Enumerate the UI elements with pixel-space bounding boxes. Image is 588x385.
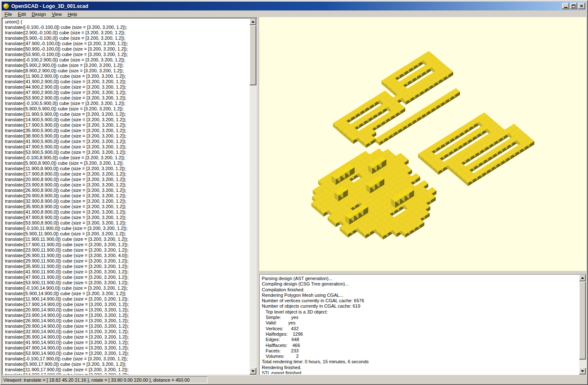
- console-scroll-thumb[interactable]: [579, 282, 586, 360]
- horizontal-splitter[interactable]: [259, 271, 586, 274]
- code-line: translate([53.900,2.900,0]) cube (size =…: [5, 95, 250, 101]
- editor-scroll-thumb[interactable]: [250, 25, 256, 85]
- arrow-down-icon: [251, 370, 255, 372]
- code-line: translate([41.900,11.900,0]) cube (size …: [5, 269, 250, 275]
- code-line: translate([5.900,5.900,0]) cube (size = …: [5, 106, 250, 112]
- code-line: translate([11.900,14.900,0]) cube (size …: [5, 296, 250, 302]
- console-line: Simple: yes: [262, 315, 579, 320]
- minimize-icon: [564, 7, 568, 8]
- code-editor-pane: union() {translate([-0.100,-0.100,0]) cu…: [2, 18, 257, 375]
- openscad-window: OpenSCAD - Logo_3D_001.scad ✕ File Edit …: [0, 0, 588, 385]
- editor-scroll-up-button[interactable]: [250, 18, 256, 25]
- code-line: translate([5.900,8.900,0]) cube (size = …: [5, 161, 250, 166]
- code-line: translate([38.900,5.900,0]) cube (size =…: [5, 133, 250, 139]
- console-line: Edges: 648: [262, 337, 579, 342]
- console-line: Parsing design (AST generation)...: [262, 276, 579, 281]
- code-line: translate([47.900,11.900,0]) cube (size …: [5, 275, 250, 280]
- code-line: translate([47.900,14.900,0]) cube (size …: [5, 345, 250, 351]
- console-line: Number of objects currently in CGAL cach…: [262, 303, 579, 309]
- maximize-icon: [572, 5, 575, 8]
- console-scroll-up-button[interactable]: [579, 275, 586, 281]
- close-icon: ✕: [580, 4, 583, 8]
- code-line: translate([11.900,8.900,0]) cube (size =…: [5, 166, 250, 171]
- code-line: translate([53.900,5.900,0]) cube (size =…: [5, 150, 250, 155]
- code-line: translate([53.900,14.900,0]) cube (size …: [5, 351, 250, 356]
- code-line: translate([26.900,8.900,0]) cube (size =…: [5, 188, 250, 193]
- arrow-up-icon: [251, 21, 255, 23]
- console-line: Vertices: 432: [262, 326, 579, 331]
- code-line: translate([20.900,14.900,0]) cube (size …: [5, 307, 250, 313]
- code-editor[interactable]: union() {translate([-0.100,-0.100,0]) cu…: [3, 18, 250, 375]
- console-line: STL export finished.: [262, 370, 579, 374]
- code-line: translate([5.900,-0.100,0]) cube (size =…: [5, 36, 250, 41]
- console-scroll-down-button[interactable]: [579, 368, 586, 375]
- code-line: translate([53.900,-0.100,0]) cube (size …: [5, 52, 250, 57]
- status-bar: Viewport: translate = [ 18.82 45.20 21.1…: [2, 376, 586, 384]
- code-line: translate([14.900,5.900,0]) cube (size =…: [5, 117, 250, 122]
- console-line: Number of vertices currently in CGAL cac…: [262, 298, 579, 303]
- menu-file[interactable]: File: [2, 11, 15, 18]
- viewport-canvas[interactable]: [259, 17, 586, 271]
- code-line: translate([23.900,8.900,0]) cube (size =…: [5, 182, 250, 188]
- code-line: translate([50.900,-0.100,0]) cube (size …: [5, 46, 250, 52]
- close-button[interactable]: ✕: [578, 3, 585, 9]
- console-line: Halffacets: 466: [262, 343, 579, 348]
- editor-scroll-down-button[interactable]: [250, 368, 256, 375]
- console-pane: Parsing design (AST generation)...Compil…: [259, 274, 586, 375]
- code-line: translate([17.900,11.900,0]) cube (size …: [5, 242, 250, 247]
- console-line: Rendering Polygon Mesh using CGAL...: [262, 293, 579, 298]
- code-line: translate([-0.100,17.900,0]) cube (size …: [5, 356, 250, 362]
- menu-edit[interactable]: Edit: [15, 11, 29, 18]
- console-line: Total rendering time: 0 hours, 15 minute…: [262, 359, 579, 365]
- console-line: Facets: 233: [262, 348, 579, 354]
- menu-help[interactable]: Help: [65, 11, 80, 18]
- code-line: translate([2.900,-0.100,0]) cube (size =…: [5, 30, 250, 36]
- 3d-viewport: [259, 17, 586, 271]
- menu-design[interactable]: Design: [29, 11, 49, 18]
- code-line: translate([5.900,17.900,0]) cube (size =…: [5, 362, 250, 367]
- code-line: translate([29.900,14.900,0]) cube (size …: [5, 324, 250, 329]
- console-line: Volumes: 2: [262, 354, 579, 359]
- arrow-down-icon: [581, 370, 584, 372]
- code-line: translate([-0.100,8.900,0]) cube (size =…: [5, 155, 250, 161]
- code-line: translate([-0.100,5.900,0]) cube (size =…: [5, 101, 250, 106]
- console-log[interactable]: Parsing design (AST generation)...Compil…: [260, 275, 579, 374]
- code-line: translate([5.900,14.900,0]) cube (size =…: [5, 291, 250, 296]
- code-line: translate([32.900,8.900,0]) cube (size =…: [5, 199, 250, 204]
- minimize-button[interactable]: [562, 3, 569, 9]
- editor-scrollbar[interactable]: [250, 18, 256, 375]
- viewport-status-text: Viewport: translate = [ 18.82 45.20 21.1…: [2, 376, 207, 383]
- code-line: translate([11.900,2.900,0]) cube (size =…: [5, 74, 250, 79]
- code-line: translate([53.900,11.900,0]) cube (size …: [5, 280, 250, 286]
- console-line: Halfedges: 1296: [262, 331, 579, 337]
- code-line: translate([53.900,8.900,0]) cube (size =…: [5, 220, 250, 226]
- code-line: translate([26.900,11.900,0]) cube (size …: [5, 253, 250, 258]
- code-line: translate([47.900,2.900,0]) cube (size =…: [5, 90, 250, 95]
- code-line: translate([29.900,8.900,0]) cube (size =…: [5, 193, 250, 199]
- code-line: translate([35.900,8.900,0]) cube (size =…: [5, 204, 250, 209]
- code-line: translate([47.900,-0.100,0]) cube (size …: [5, 41, 250, 46]
- code-line: translate([23.900,14.900,0]) cube (size …: [5, 313, 250, 318]
- maximize-button[interactable]: [570, 3, 577, 9]
- console-scrollbar[interactable]: [579, 275, 586, 375]
- window-title: OpenSCAD - Logo_3D_001.scad: [11, 3, 88, 9]
- code-line: translate([41.900,2.900,0]) cube (size =…: [5, 79, 250, 84]
- title-bar[interactable]: OpenSCAD - Logo_3D_001.scad ✕: [2, 2, 586, 10]
- code-line: translate([35.900,5.900,0]) cube (size =…: [5, 128, 250, 133]
- console-line: Compilation finished.: [262, 287, 579, 293]
- code-line: translate([29.900,11.900,0]) cube (size …: [5, 258, 250, 264]
- console-line: Rendering finished.: [262, 365, 579, 370]
- code-line: translate([-0.100,2.900,0]) cube (size =…: [5, 57, 250, 63]
- code-line: translate([-0.100,11.900,0]) cube (size …: [5, 226, 250, 231]
- code-line: translate([44.900,2.900,0]) cube (size =…: [5, 84, 250, 90]
- menu-view[interactable]: View: [49, 11, 65, 18]
- code-line: translate([5.900,2.900,0]) cube (size = …: [5, 63, 250, 68]
- code-line: translate([32.900,14.900,0]) cube (size …: [5, 329, 250, 334]
- code-line: translate([-0.100,-0.100,0]) cube (size …: [5, 25, 250, 30]
- code-line: translate([17.900,14.900,0]) cube (size …: [5, 302, 250, 307]
- code-line: translate([35.900,14.900,0]) cube (size …: [5, 334, 250, 340]
- code-line: translate([11.900,11.900,0]) cube (size …: [5, 237, 250, 242]
- code-line: translate([41.900,14.900,0]) cube (size …: [5, 340, 250, 345]
- code-line: translate([17.900,5.900,0]) cube (size =…: [5, 122, 250, 128]
- code-line: translate([41.900,5.900,0]) cube (size =…: [5, 139, 250, 144]
